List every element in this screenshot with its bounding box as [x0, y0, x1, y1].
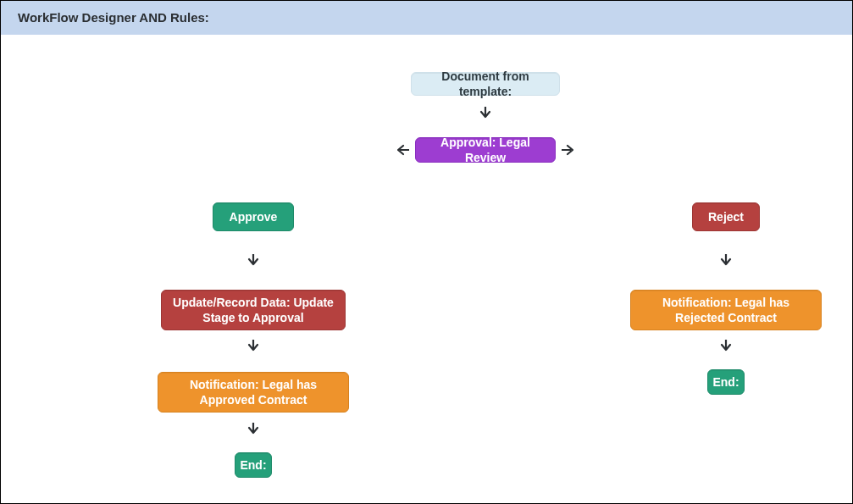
- node-update-stage[interactable]: Update/Record Data: Update Stage to Appr…: [161, 290, 346, 330]
- arrow-right-icon: [562, 144, 573, 156]
- arrow-down-icon: [479, 107, 491, 119]
- node-label: Approval: Legal Review: [426, 135, 545, 165]
- node-reject[interactable]: Reject: [692, 202, 760, 231]
- node-notification-rejected[interactable]: Notification: Legal has Rejected Contrac…: [630, 290, 822, 330]
- node-end-left[interactable]: End:: [235, 452, 272, 478]
- node-approve[interactable]: Approve: [213, 202, 294, 231]
- panel-header: WorkFlow Designer AND Rules:: [1, 1, 852, 35]
- node-notification-approved[interactable]: Notification: Legal has Approved Contrac…: [158, 372, 349, 413]
- node-label: Approve: [230, 209, 278, 224]
- node-label: Notification: Legal has Rejected Contrac…: [641, 295, 811, 325]
- workflow-canvas[interactable]: Document from template: Approval: Legal …: [1, 35, 852, 503]
- arrow-down-icon: [247, 340, 259, 352]
- arrow-down-icon: [247, 423, 259, 435]
- arrow-left-icon: [397, 144, 409, 156]
- arrow-down-icon: [720, 254, 732, 266]
- arrow-down-icon: [247, 254, 259, 266]
- arrow-down-icon: [720, 340, 732, 352]
- panel-title: WorkFlow Designer AND Rules:: [18, 10, 209, 25]
- node-approval-legal-review[interactable]: Approval: Legal Review: [415, 137, 556, 163]
- node-label: Reject: [708, 209, 744, 224]
- node-label: Update/Record Data: Update Stage to Appr…: [172, 295, 335, 325]
- node-label: Notification: Legal has Approved Contrac…: [169, 377, 338, 407]
- node-label: Document from template:: [422, 69, 549, 99]
- workflow-designer-frame: WorkFlow Designer AND Rules: Document fr…: [0, 0, 853, 504]
- node-document-from-template[interactable]: Document from template:: [411, 72, 560, 96]
- node-end-right[interactable]: End:: [707, 369, 745, 395]
- node-label: End:: [240, 457, 266, 473]
- node-label: End:: [712, 374, 739, 390]
